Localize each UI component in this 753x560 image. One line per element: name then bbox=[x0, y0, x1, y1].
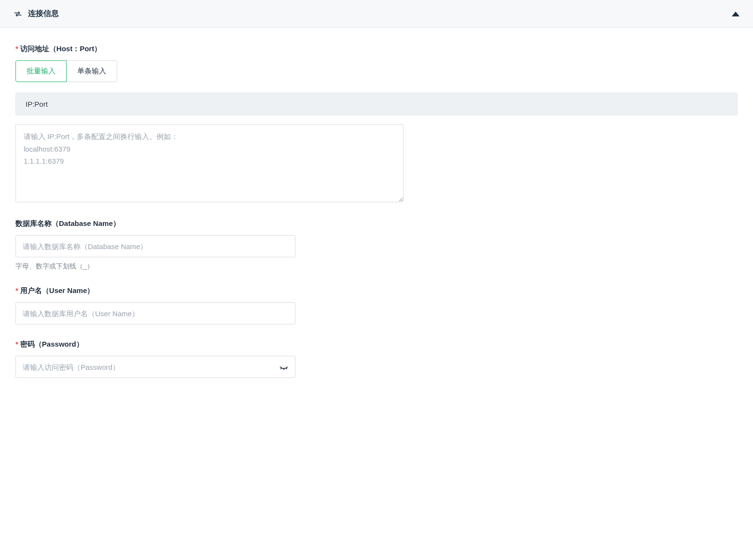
password-label: *密码（Password） bbox=[15, 340, 738, 349]
dbname-row: 数据库名称（Database Name） 字母、数字或下划线（_） bbox=[15, 219, 738, 271]
swap-icon bbox=[14, 10, 22, 18]
host-label: *访问地址（Host：Port） bbox=[15, 44, 738, 54]
dbname-input[interactable] bbox=[15, 235, 295, 257]
required-star: * bbox=[15, 340, 18, 348]
collapse-caret-icon[interactable] bbox=[732, 12, 739, 16]
required-star: * bbox=[15, 286, 18, 294]
svg-line-2 bbox=[286, 368, 287, 369]
username-label-text: 用户名（User Name） bbox=[20, 286, 94, 294]
required-star: * bbox=[15, 44, 18, 53]
tab-batch-input[interactable]: 批量输入 bbox=[15, 60, 67, 82]
password-row: *密码（Password） bbox=[15, 340, 738, 378]
username-row: *用户名（User Name） bbox=[15, 286, 738, 324]
tab-single-input[interactable]: 单条输入 bbox=[67, 60, 117, 82]
eye-closed-icon[interactable] bbox=[279, 362, 289, 372]
panel-body: *访问地址（Host：Port） 批量输入 单条输入 IP:Port 数据库名称… bbox=[0, 28, 753, 403]
panel-header: 连接信息 bbox=[0, 0, 753, 28]
ipport-column-header: IP:Port bbox=[15, 93, 738, 115]
password-input[interactable] bbox=[15, 356, 295, 378]
host-port-textarea[interactable] bbox=[15, 124, 404, 202]
host-row: *访问地址（Host：Port） 批量输入 单条输入 IP:Port bbox=[15, 44, 738, 204]
password-label-text: 密码（Password） bbox=[20, 340, 84, 348]
dbname-label: 数据库名称（Database Name） bbox=[15, 219, 738, 228]
panel-title: 连接信息 bbox=[28, 9, 59, 19]
dbname-help-text: 字母、数字或下划线（_） bbox=[15, 262, 738, 271]
svg-line-0 bbox=[281, 368, 281, 369]
input-mode-tabs: 批量输入 单条输入 bbox=[15, 60, 117, 82]
username-label: *用户名（User Name） bbox=[15, 286, 738, 295]
panel-header-left: 连接信息 bbox=[14, 9, 59, 19]
host-label-text: 访问地址（Host：Port） bbox=[20, 44, 101, 53]
password-input-wrap bbox=[15, 356, 295, 378]
username-input[interactable] bbox=[15, 302, 295, 324]
